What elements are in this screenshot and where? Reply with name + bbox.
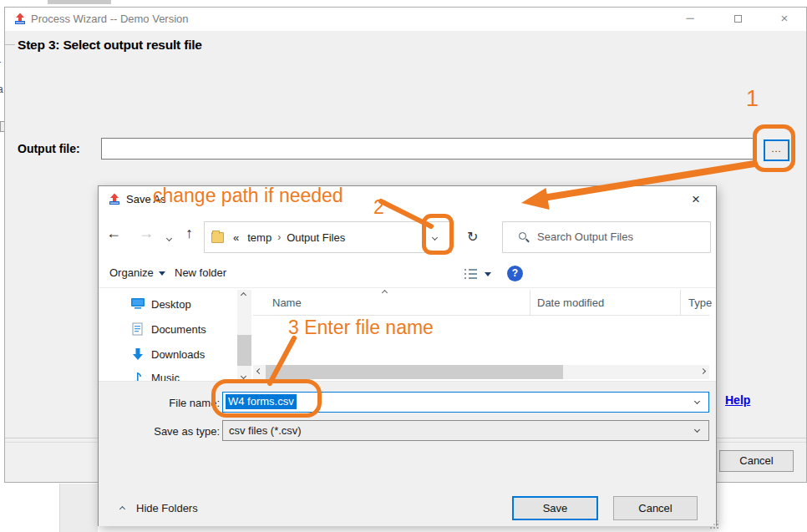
organize-dropdown-icon xyxy=(159,271,165,276)
groupbox-border xyxy=(5,44,15,45)
step-heading: Step 3: Select output result file xyxy=(18,38,202,53)
up-icon[interactable]: ↑ xyxy=(185,225,193,242)
new-folder-button[interactable]: New folder xyxy=(175,266,226,279)
column-type[interactable]: Type xyxy=(688,296,712,309)
column-divider[interactable] xyxy=(530,290,530,316)
annotation-circle-file-name xyxy=(211,379,322,418)
resize-grip[interactable] xyxy=(710,520,712,522)
save-as-type-combobox[interactable]: csv files (*.csv) xyxy=(222,420,709,441)
column-date-modified[interactable]: Date modified xyxy=(537,296,604,309)
minimize-button[interactable]: ─ xyxy=(676,8,704,31)
save-as-type-value: csv files (*.csv) xyxy=(229,424,302,437)
scrollbar-thumb[interactable] xyxy=(237,335,251,366)
column-divider[interactable] xyxy=(680,290,681,316)
dialog-cancel-button[interactable]: Cancel xyxy=(613,496,698,520)
downloads-icon xyxy=(130,347,145,362)
file-list-horizontal-scrollbar[interactable] xyxy=(253,365,709,379)
sidebar-item-documents[interactable]: Documents xyxy=(99,318,237,342)
sort-ascending-icon xyxy=(382,290,388,296)
view-dropdown-icon[interactable] xyxy=(485,272,491,276)
scroll-left-icon[interactable] xyxy=(256,368,262,374)
breadcrumb-output-files[interactable]: Output Files xyxy=(287,231,345,244)
wizard-cancel-button[interactable]: Cancel xyxy=(719,450,794,472)
recent-locations-chevron-icon[interactable] xyxy=(166,236,172,241)
output-file-label: Output file: xyxy=(18,142,80,155)
address-bar[interactable]: « temp › Output Files xyxy=(204,221,452,253)
sidebar-scrollbar[interactable] xyxy=(237,290,251,382)
annotation-step-2: 2 xyxy=(373,196,384,219)
refresh-icon[interactable]: ↻ xyxy=(467,229,478,245)
help-link[interactable]: Help xyxy=(725,393,750,407)
annotation-enter-file-name: 3 Enter file name xyxy=(288,317,434,339)
scroll-right-icon[interactable] xyxy=(700,368,706,374)
column-name[interactable]: Name xyxy=(272,296,302,309)
file-list-header: Name Date modified Type xyxy=(253,290,709,316)
dialog-close-button[interactable]: × xyxy=(683,188,708,211)
background-window-fragment xyxy=(48,0,111,4)
save-as-type-dropdown-icon[interactable] xyxy=(694,427,700,433)
save-button[interactable]: Save xyxy=(512,496,598,520)
scroll-up-icon[interactable] xyxy=(241,292,246,298)
annotation-change-path: change path if needed xyxy=(153,185,343,207)
desktop-icon xyxy=(130,297,145,311)
maximize-icon xyxy=(734,15,742,23)
forward-icon[interactable]: → xyxy=(139,225,154,242)
annotation-circle-browse xyxy=(753,124,795,172)
dialog-help-button[interactable]: ? xyxy=(507,266,523,281)
documents-icon xyxy=(130,322,145,337)
organize-menu[interactable]: Organize xyxy=(109,266,154,279)
folder-icon xyxy=(211,232,224,243)
sidebar-item-desktop[interactable]: Desktop xyxy=(99,293,237,317)
save-as-icon xyxy=(108,193,121,206)
dialog-toolbar: Organize New folder ? xyxy=(99,260,716,288)
annotation-step-1: 1 xyxy=(746,86,759,112)
search-placeholder: Search Output Files xyxy=(537,231,633,243)
back-icon[interactable]: ← xyxy=(106,225,121,242)
search-box[interactable]: Search Output Files xyxy=(502,221,711,253)
file-name-label: File name: xyxy=(132,397,220,409)
search-icon xyxy=(519,232,526,240)
scroll-down-icon[interactable] xyxy=(241,373,246,379)
save-as-type-label: Save as type: xyxy=(132,425,220,438)
breadcrumb-temp[interactable]: temp xyxy=(247,231,272,244)
output-file-input[interactable] xyxy=(101,138,757,160)
app-icon xyxy=(13,13,27,26)
background-window-fragment xyxy=(59,484,98,532)
breadcrumb-collapsed[interactable]: « xyxy=(233,231,239,244)
scrollbar-thumb[interactable] xyxy=(266,365,563,379)
breadcrumb-separator-icon: › xyxy=(277,231,281,243)
view-mode-icon[interactable] xyxy=(464,269,477,279)
annotation-circle-path-dropdown xyxy=(422,214,454,255)
maximize-button[interactable] xyxy=(723,8,752,31)
title-bar: Process Wizard -- Demo Version ─ × xyxy=(5,8,806,31)
save-as-dialog: Save As × ← → ↑ « temp › Output Files ↻ … xyxy=(98,185,717,526)
window-title: Process Wizard -- Demo Version xyxy=(31,8,189,31)
close-button[interactable]: × xyxy=(770,8,799,31)
sidebar-item-downloads[interactable]: Downloads xyxy=(99,343,237,367)
file-name-dropdown-icon[interactable] xyxy=(694,398,700,404)
